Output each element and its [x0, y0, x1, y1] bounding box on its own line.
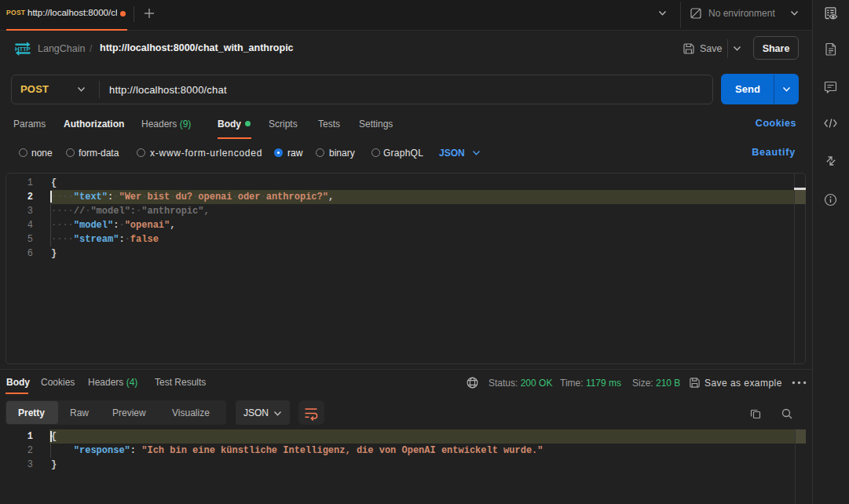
- svg-text:HTTP: HTTP: [15, 46, 31, 53]
